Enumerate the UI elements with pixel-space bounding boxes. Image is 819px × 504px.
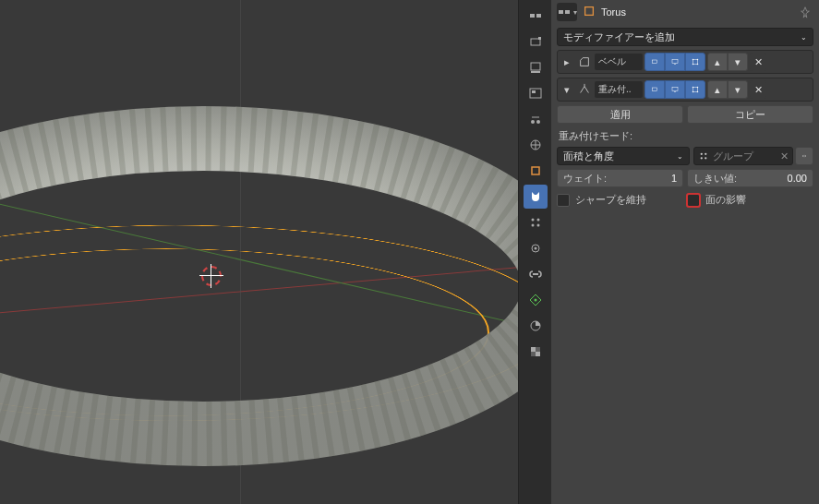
tab-physics[interactable] <box>524 236 548 260</box>
tab-mesh-data[interactable] <box>524 288 548 312</box>
tab-scene[interactable] <box>524 107 548 131</box>
keep-sharp-label: シャープを維持 <box>575 193 646 207</box>
clear-icon[interactable]: ✕ <box>780 150 789 162</box>
svg-point-45 <box>697 91 699 93</box>
pin-icon[interactable] <box>799 6 812 20</box>
threshold-field[interactable]: しきい値: 0.00 <box>687 169 813 187</box>
tab-world[interactable] <box>524 133 548 157</box>
display-toggles <box>644 53 705 71</box>
toggle-render[interactable] <box>644 80 665 99</box>
tab-material[interactable] <box>524 314 548 338</box>
svg-point-35 <box>697 59 699 61</box>
tab-output[interactable] <box>524 55 548 79</box>
toggle-realtime[interactable] <box>665 53 685 71</box>
apply-button[interactable]: 適用 <box>557 105 683 124</box>
face-influence-checkbox[interactable] <box>687 194 700 207</box>
chevron-down-icon: ⌄ <box>677 152 683 161</box>
tab-toggle-header[interactable] <box>524 4 548 28</box>
svg-point-44 <box>693 91 694 93</box>
add-modifier-dropdown[interactable]: モディファイアーを追加 ⌄ <box>557 28 813 46</box>
svg-rect-26 <box>531 352 536 356</box>
torus-mesh <box>0 0 518 504</box>
svg-rect-5 <box>538 37 541 40</box>
svg-rect-25 <box>536 347 540 352</box>
svg-rect-24 <box>536 352 540 356</box>
svg-rect-40 <box>674 91 676 92</box>
svg-point-42 <box>693 87 694 89</box>
svg-point-15 <box>536 219 539 222</box>
svg-rect-30 <box>653 60 657 64</box>
delete-modifier-button[interactable]: ✕ <box>750 80 766 99</box>
toggle-editmode[interactable] <box>685 80 705 99</box>
properties-tabs <box>518 0 551 504</box>
svg-point-43 <box>697 87 699 89</box>
datablock-selector[interactable]: ▾ <box>557 3 577 21</box>
properties-header: ▾ Torus <box>551 0 819 24</box>
weighting-mode-dropdown[interactable]: 面積と角度 ⌄ <box>557 147 690 165</box>
delete-modifier-button[interactable]: ✕ <box>750 53 766 71</box>
svg-point-1 <box>0 138 518 434</box>
bevel-icon <box>576 54 593 70</box>
move-buttons: ▴ ▾ <box>707 80 748 99</box>
move-down-button[interactable]: ▾ <box>728 80 748 99</box>
move-buttons: ▴ ▾ <box>707 53 748 71</box>
tab-view-layer[interactable] <box>524 81 548 105</box>
face-influence-label: 面の影響 <box>705 193 746 207</box>
move-up-button[interactable]: ▴ <box>707 53 728 71</box>
threshold-label: しきい値: <box>693 172 737 186</box>
tab-render[interactable] <box>524 30 548 54</box>
svg-rect-32 <box>674 64 676 65</box>
svg-rect-29 <box>585 7 594 16</box>
viewport-3d[interactable] <box>0 0 518 504</box>
weighted-normal-settings: 重み付けモード: 面積と角度 ⌄ グループ ✕ ウェイト: <box>557 127 813 210</box>
svg-rect-2 <box>530 14 535 18</box>
tab-modifiers[interactable] <box>524 185 548 209</box>
tab-texture[interactable] <box>524 340 548 364</box>
vertex-group-search[interactable]: グループ ✕ <box>693 147 793 165</box>
modifier-bevel: ▸ ベベル ▴ ▾ ✕ <box>557 50 813 74</box>
keep-sharp-checkbox[interactable] <box>557 194 570 207</box>
svg-point-37 <box>697 64 699 66</box>
svg-rect-23 <box>531 347 536 352</box>
weight-label: ウェイト: <box>563 172 607 186</box>
weight-field[interactable]: ウェイト: 1 <box>557 169 683 187</box>
expand-toggle[interactable]: ▾ <box>560 84 574 96</box>
toggle-render[interactable] <box>644 53 665 71</box>
svg-rect-9 <box>532 90 536 93</box>
add-modifier-label: モディファイアーを追加 <box>563 30 675 44</box>
toggle-realtime[interactable] <box>665 80 685 99</box>
svg-rect-41 <box>693 88 698 92</box>
modifier-name-field[interactable]: ベベル <box>595 54 643 70</box>
apply-label: 適用 <box>610 108 631 122</box>
svg-rect-27 <box>559 10 563 14</box>
vertex-group-invert[interactable] <box>795 147 813 165</box>
svg-rect-3 <box>536 14 541 18</box>
svg-point-49 <box>705 157 706 159</box>
expand-toggle[interactable]: ▸ <box>560 56 574 68</box>
svg-point-16 <box>531 224 534 227</box>
svg-point-19 <box>534 247 536 250</box>
svg-point-10 <box>531 120 535 124</box>
move-down-button[interactable]: ▾ <box>728 53 748 71</box>
svg-rect-20 <box>533 273 538 275</box>
threshold-value: 0.00 <box>788 173 807 184</box>
display-toggles <box>644 80 705 99</box>
svg-rect-38 <box>653 88 657 91</box>
move-up-button[interactable]: ▴ <box>707 80 728 99</box>
svg-point-14 <box>531 219 534 222</box>
modifier-name-field[interactable]: 重み付.. <box>595 81 643 98</box>
vgroup-placeholder: グループ <box>713 150 777 163</box>
svg-point-21 <box>534 299 536 302</box>
object-data-icon <box>583 5 596 19</box>
svg-point-34 <box>693 59 694 61</box>
tab-particles[interactable] <box>524 210 548 234</box>
mode-label: 重み付けモード: <box>557 129 813 143</box>
svg-rect-31 <box>672 60 678 64</box>
copy-button[interactable]: コピー <box>687 105 813 124</box>
properties-panel: ▾ Torus モディファイアーを追加 ⌄ ▸ ベベル ▴ ▾ ✕ <box>551 0 819 504</box>
svg-point-47 <box>705 153 706 155</box>
toggle-editmode[interactable] <box>685 53 705 71</box>
tab-constraints[interactable] <box>524 262 548 286</box>
tab-object[interactable] <box>524 159 548 183</box>
svg-rect-39 <box>672 88 678 91</box>
